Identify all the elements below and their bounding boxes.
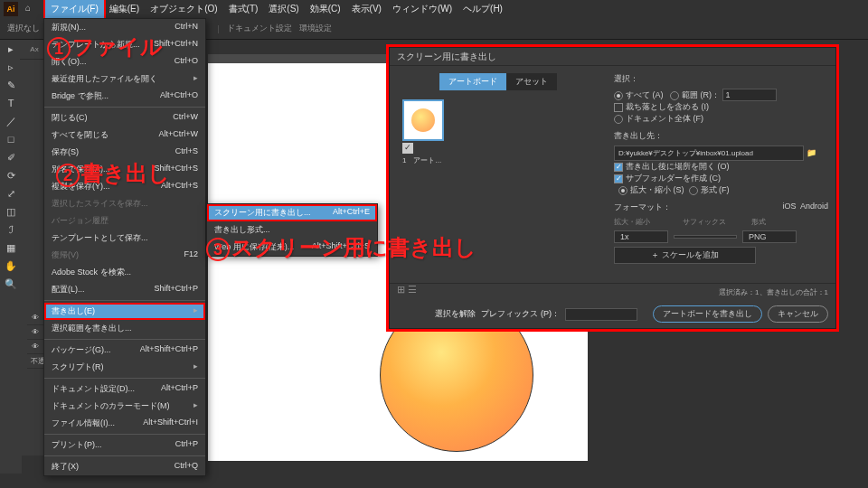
type-tool[interactable]: T	[0, 94, 22, 112]
format-select[interactable]: PNG	[742, 230, 797, 243]
range-input[interactable]	[722, 89, 777, 101]
menu-effect[interactable]: 効果(C)	[305, 0, 346, 18]
menu-type[interactable]: 書式(T)	[223, 0, 264, 18]
dialog-right: 選択： すべて (A) 範囲 (R)： 裁ち落としを含める (I) ドキュメント…	[607, 66, 835, 301]
gradient-tool[interactable]: ▦	[0, 239, 22, 257]
radio-range[interactable]	[670, 91, 679, 100]
home-icon[interactable]: ⌂	[25, 3, 38, 15]
menu-help[interactable]: ヘルプ(H)	[458, 0, 508, 18]
add-scale-btn[interactable]: ＋ スケールを追加	[614, 247, 756, 264]
exportto-label: 書き出し先：	[614, 130, 828, 142]
menu-file[interactable]: ファイル(F)	[45, 0, 104, 18]
prefix-input[interactable]	[565, 308, 637, 321]
radio-format[interactable]	[689, 186, 698, 195]
formats-label: フォーマット：	[614, 202, 671, 211]
annotation-2: 2書き出し	[56, 159, 170, 188]
export-button[interactable]: アートボードを書き出し	[653, 305, 762, 323]
file-menu-item[interactable]: Bridge で参照...Alt+Ctrl+O	[44, 88, 205, 105]
openafter-check[interactable]: ✓	[614, 163, 623, 172]
dialog-left: アートボード アセット ✓ 1 アート... ⊞ ☰	[390, 66, 607, 301]
file-menu-item[interactable]: バージョン履歴	[44, 212, 205, 230]
suffix-input[interactable]	[674, 235, 737, 239]
ios-btn[interactable]: iOS	[782, 202, 796, 211]
select-label: 選択：	[614, 73, 828, 85]
zoom-tool[interactable]: 🔍	[0, 275, 22, 293]
thumb-check[interactable]: ✓	[402, 143, 413, 154]
brush-tool[interactable]: ✐	[0, 148, 22, 166]
thumb-label: 1 アート...	[402, 155, 599, 165]
bleed-check[interactable]	[614, 103, 623, 112]
tab-artboard[interactable]: アートボード	[439, 73, 506, 90]
menu-edit[interactable]: 編集(E)	[104, 0, 145, 18]
submenu-item[interactable]: スクリーン用に書き出し...Alt+Ctrl+E	[207, 204, 377, 221]
file-menu-item[interactable]: パッケージ(G)...Alt+Shift+Ctrl+P	[44, 342, 205, 359]
radio-fulldoc[interactable]	[614, 115, 623, 124]
menu-view[interactable]: 表示(V)	[346, 0, 387, 18]
scale-select[interactable]: 1x	[614, 230, 668, 243]
file-menu-item[interactable]: ドキュメントのカラーモード(M)▸	[44, 398, 205, 415]
eyedrop-tool[interactable]: ℐ	[0, 221, 22, 239]
artboard-thumb[interactable]	[402, 99, 444, 141]
rotate-tool[interactable]: ⟳	[0, 166, 22, 184]
file-menu-item[interactable]: すべてを閉じるAlt+Ctrl+W	[44, 127, 205, 144]
export-dialog: スクリーン用に書き出し アートボード アセット ✓ 1 アート... ⊞ ☰ 選…	[389, 47, 836, 329]
menu-object[interactable]: オブジェクト(O)	[145, 0, 222, 18]
file-menu-item[interactable]: 選択したスライスを保存...	[44, 195, 205, 212]
pen-tool[interactable]: ✎	[0, 76, 22, 94]
tools-panel: ▸ ▹ ✎ T ／ □ ✐ ⟳ ⤢ ◫ ℐ ▦ ✋ 🔍	[0, 40, 22, 474]
app-icon: Ai	[4, 2, 18, 16]
file-menu: 新規(N)...Ctrl+Nテンプレートから新規...Shift+Ctrl+N開…	[43, 18, 206, 476]
tab-asset[interactable]: アセット	[506, 73, 557, 90]
file-menu-item[interactable]: スクリプト(R)▸	[44, 359, 205, 376]
docset-btn[interactable]: ドキュメント設定	[227, 23, 292, 34]
eraser-tool[interactable]: ◫	[0, 202, 22, 221]
direct-select-tool[interactable]: ▹	[0, 58, 22, 76]
file-menu-item[interactable]: 終了(X)Ctrl+Q	[44, 458, 205, 475]
clearsel-label[interactable]: 選択を解除	[435, 308, 476, 320]
file-menu-item[interactable]: ドキュメント設定(D)...Alt+Ctrl+P	[44, 380, 205, 398]
noselect-label: 選択なし	[7, 23, 40, 34]
radio-scale[interactable]	[618, 186, 627, 195]
file-menu-item[interactable]: ファイル情報(I)...Alt+Shift+Ctrl+I	[44, 415, 205, 432]
menu-select[interactable]: 選択(S)	[263, 0, 304, 18]
file-menu-item[interactable]: プリント(P)...Ctrl+P	[44, 436, 205, 454]
prefix-label: プレフィックス (P)：	[481, 308, 560, 320]
radio-all[interactable]	[614, 91, 623, 100]
cancel-button[interactable]: キャンセル	[768, 305, 828, 323]
file-menu-item[interactable]: 復帰(V)F12	[44, 247, 205, 264]
file-menu-item[interactable]: 配置(L)...Shift+Ctrl+P	[44, 281, 205, 298]
dialog-title: スクリーン用に書き出し	[390, 48, 835, 66]
line-tool[interactable]: ／	[0, 112, 22, 130]
subfolder-check[interactable]: ✓	[614, 174, 623, 183]
prefs-btn[interactable]: 環境設定	[299, 23, 332, 34]
file-menu-item[interactable]: 書き出し(E)▸	[44, 303, 205, 320]
hand-tool[interactable]: ✋	[0, 257, 22, 275]
selection-tool[interactable]: ▸	[0, 40, 22, 58]
annotation-1: 1ファイル	[47, 33, 163, 61]
file-menu-item[interactable]: 閉じる(C)Ctrl+W	[44, 109, 205, 127]
android-btn[interactable]: Android	[800, 202, 828, 211]
annotation-3: 3スクリーン用に書き出し	[206, 233, 476, 262]
menu-window[interactable]: ウィンドウ(W)	[387, 0, 458, 18]
path-box[interactable]: D:¥yukke¥デスクトップ¥inbox¥01.upload	[614, 145, 804, 161]
file-menu-item[interactable]: Adobe Stock を検索...	[44, 264, 205, 281]
dialog-status: 選択済み：1、書き出しの合計：1	[390, 283, 835, 301]
file-menu-item[interactable]: 最近使用したファイルを開く▸	[44, 70, 205, 88]
file-menu-item[interactable]: テンプレートとして保存...	[44, 230, 205, 247]
menubar: Ai ⌂ ファイル(F) 編集(E) オブジェクト(O) 書式(T) 選択(S)…	[0, 0, 868, 18]
scale-tool[interactable]: ⤢	[0, 184, 22, 202]
file-menu-item[interactable]: 選択範囲を書き出し...	[44, 320, 205, 337]
rect-tool[interactable]: □	[0, 130, 22, 148]
